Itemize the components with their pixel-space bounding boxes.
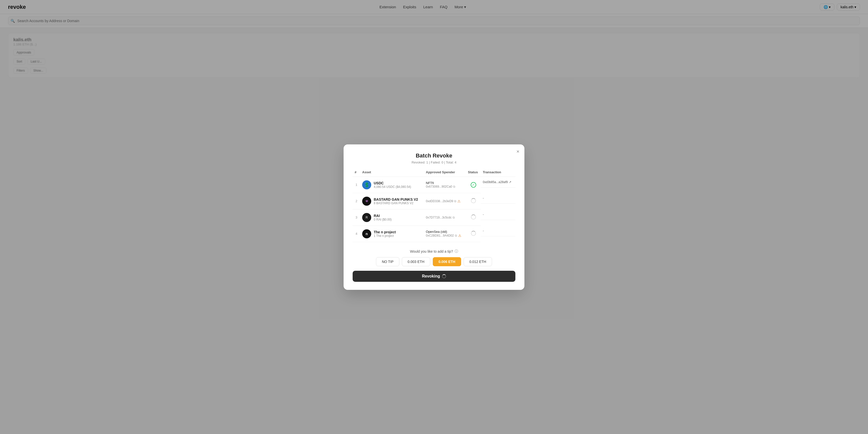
modal-overlay: × Batch Revoke Revoked: 1 | Failed: 0 | …	[0, 0, 868, 87]
